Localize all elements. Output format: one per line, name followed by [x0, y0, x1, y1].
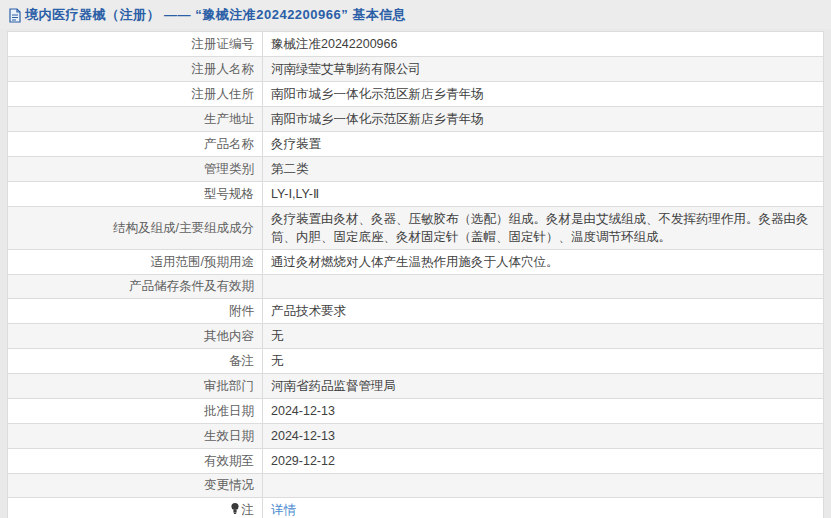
row-value: 无 [263, 324, 824, 349]
row-label: 有效期至 [8, 449, 263, 474]
row-value: 灸疗装置由灸材、灸器、压敏胶布（选配）组成。灸材是由艾绒组成、不发挥药理作用。灸… [263, 207, 824, 250]
table-row: 型号规格LY-Ⅰ,LY-Ⅱ [8, 182, 824, 207]
table-row: 产品储存条件及有效期 [8, 275, 824, 299]
row-label: 生产地址 [8, 107, 263, 132]
row-value: 产品技术要求 [263, 299, 824, 324]
row-value: 2029-12-12 [263, 449, 824, 474]
row-label: 变更情况 [8, 474, 263, 498]
row-value: 南阳市城乡一体化示范区新店乡青年场 [263, 82, 824, 107]
device-info-table: 注册证编号豫械注准20242200966注册人名称河南绿莹艾草制药有限公司注册人… [7, 31, 824, 518]
info-table-body: 注册证编号豫械注准20242200966注册人名称河南绿莹艾草制药有限公司注册人… [8, 32, 824, 518]
row-value: 河南省药品监督管理局 [263, 374, 824, 399]
row-value: 无 [263, 349, 824, 374]
table-row: 变更情况 [8, 474, 824, 498]
lightbulb-note-icon [230, 502, 240, 515]
table-row: 附件产品技术要求 [8, 299, 824, 324]
table-row: 管理类别第二类 [8, 157, 824, 182]
row-label: 产品名称 [8, 132, 263, 157]
row-label: 适用范围/预期用途 [8, 250, 263, 275]
row-label: 附件 [8, 299, 263, 324]
table-row: 注册人住所南阳市城乡一体化示范区新店乡青年场 [8, 82, 824, 107]
row-label: 注册人住所 [8, 82, 263, 107]
row-value [263, 275, 824, 299]
row-value: 豫械注准20242200966 [263, 32, 824, 57]
row-value [263, 474, 824, 498]
row-label: 管理类别 [8, 157, 263, 182]
table-row: 结构及组成/主要组成成分灸疗装置由灸材、灸器、压敏胶布（选配）组成。灸材是由艾绒… [8, 207, 824, 250]
row-value: 通过灸材燃烧对人体产生温热作用施灸于人体穴位。 [263, 250, 824, 275]
row-label: 型号规格 [8, 182, 263, 207]
table-row: 备注无 [8, 349, 824, 374]
row-value: 河南绿莹艾草制药有限公司 [263, 57, 824, 82]
info-table-container: 注册证编号豫械注准20242200966注册人名称河南绿莹艾草制药有限公司注册人… [7, 31, 824, 518]
row-value: 详情 [263, 498, 824, 518]
row-label: 审批部门 [8, 374, 263, 399]
row-label: 结构及组成/主要组成成分 [8, 207, 263, 250]
row-value: LY-Ⅰ,LY-Ⅱ [263, 182, 824, 207]
row-label: 生效日期 [8, 424, 263, 449]
row-value: 2024-12-13 [263, 399, 824, 424]
table-row: 适用范围/预期用途通过灸材燃烧对人体产生温热作用施灸于人体穴位。 [8, 250, 824, 275]
page-title: 境内医疗器械（注册） —— “豫械注准20242200966” 基本信息 [25, 6, 406, 24]
table-row: 有效期至2029-12-12 [8, 449, 824, 474]
row-label: 产品储存条件及有效期 [8, 275, 263, 299]
row-label: 注 [8, 498, 263, 518]
row-value: 第二类 [263, 157, 824, 182]
table-row: 生产地址南阳市城乡一体化示范区新店乡青年场 [8, 107, 824, 132]
table-row: 批准日期2024-12-13 [8, 399, 824, 424]
row-value: 2024-12-13 [263, 424, 824, 449]
title-bar: 境内医疗器械（注册） —— “豫械注准20242200966” 基本信息 [0, 0, 831, 29]
row-label: 其他内容 [8, 324, 263, 349]
table-row: 注详情 [8, 498, 824, 518]
table-row: 其他内容无 [8, 324, 824, 349]
document-icon [8, 8, 21, 23]
table-row: 注册人名称河南绿莹艾草制药有限公司 [8, 57, 824, 82]
row-label: 注册证编号 [8, 32, 263, 57]
table-row: 产品名称灸疗装置 [8, 132, 824, 157]
table-row: 注册证编号豫械注准20242200966 [8, 32, 824, 57]
row-label: 备注 [8, 349, 263, 374]
details-link[interactable]: 详情 [271, 503, 296, 517]
table-row: 生效日期2024-12-13 [8, 424, 824, 449]
row-label: 批准日期 [8, 399, 263, 424]
table-row: 审批部门河南省药品监督管理局 [8, 374, 824, 399]
row-value: 灸疗装置 [263, 132, 824, 157]
row-value: 南阳市城乡一体化示范区新店乡青年场 [263, 107, 824, 132]
row-label: 注册人名称 [8, 57, 263, 82]
